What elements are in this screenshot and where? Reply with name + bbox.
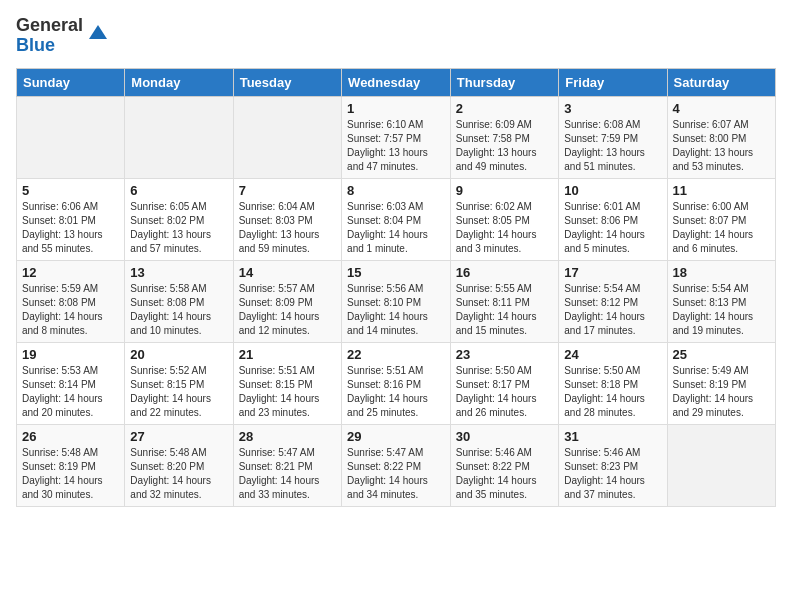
day-number: 31 (564, 429, 661, 444)
day-number: 21 (239, 347, 336, 362)
day-info: Sunrise: 6:05 AM Sunset: 8:02 PM Dayligh… (130, 200, 227, 256)
day-info: Sunrise: 5:50 AM Sunset: 8:17 PM Dayligh… (456, 364, 553, 420)
calendar-day-27: 27Sunrise: 5:48 AM Sunset: 8:20 PM Dayli… (125, 424, 233, 506)
col-header-thursday: Thursday (450, 68, 558, 96)
day-info: Sunrise: 5:55 AM Sunset: 8:11 PM Dayligh… (456, 282, 553, 338)
day-number: 1 (347, 101, 445, 116)
day-number: 5 (22, 183, 119, 198)
calendar-day-7: 7Sunrise: 6:04 AM Sunset: 8:03 PM Daylig… (233, 178, 341, 260)
calendar-day-17: 17Sunrise: 5:54 AM Sunset: 8:12 PM Dayli… (559, 260, 667, 342)
day-number: 28 (239, 429, 336, 444)
calendar-day-30: 30Sunrise: 5:46 AM Sunset: 8:22 PM Dayli… (450, 424, 558, 506)
col-header-wednesday: Wednesday (342, 68, 451, 96)
calendar-day-13: 13Sunrise: 5:58 AM Sunset: 8:08 PM Dayli… (125, 260, 233, 342)
day-number: 19 (22, 347, 119, 362)
day-info: Sunrise: 5:56 AM Sunset: 8:10 PM Dayligh… (347, 282, 445, 338)
day-info: Sunrise: 5:48 AM Sunset: 8:19 PM Dayligh… (22, 446, 119, 502)
day-info: Sunrise: 6:10 AM Sunset: 7:57 PM Dayligh… (347, 118, 445, 174)
day-number: 10 (564, 183, 661, 198)
day-info: Sunrise: 6:08 AM Sunset: 7:59 PM Dayligh… (564, 118, 661, 174)
day-number: 14 (239, 265, 336, 280)
col-header-tuesday: Tuesday (233, 68, 341, 96)
calendar-empty-cell (17, 96, 125, 178)
day-number: 18 (673, 265, 771, 280)
day-info: Sunrise: 5:59 AM Sunset: 8:08 PM Dayligh… (22, 282, 119, 338)
calendar-day-4: 4Sunrise: 6:07 AM Sunset: 8:00 PM Daylig… (667, 96, 776, 178)
day-number: 16 (456, 265, 553, 280)
day-info: Sunrise: 5:48 AM Sunset: 8:20 PM Dayligh… (130, 446, 227, 502)
day-number: 11 (673, 183, 771, 198)
day-number: 26 (22, 429, 119, 444)
calendar-week-row: 1Sunrise: 6:10 AM Sunset: 7:57 PM Daylig… (17, 96, 776, 178)
day-info: Sunrise: 5:57 AM Sunset: 8:09 PM Dayligh… (239, 282, 336, 338)
day-info: Sunrise: 6:04 AM Sunset: 8:03 PM Dayligh… (239, 200, 336, 256)
day-info: Sunrise: 5:50 AM Sunset: 8:18 PM Dayligh… (564, 364, 661, 420)
svg-marker-0 (89, 25, 107, 39)
calendar-day-1: 1Sunrise: 6:10 AM Sunset: 7:57 PM Daylig… (342, 96, 451, 178)
day-number: 23 (456, 347, 553, 362)
calendar-day-16: 16Sunrise: 5:55 AM Sunset: 8:11 PM Dayli… (450, 260, 558, 342)
calendar-day-19: 19Sunrise: 5:53 AM Sunset: 8:14 PM Dayli… (17, 342, 125, 424)
calendar-day-10: 10Sunrise: 6:01 AM Sunset: 8:06 PM Dayli… (559, 178, 667, 260)
day-info: Sunrise: 5:51 AM Sunset: 8:15 PM Dayligh… (239, 364, 336, 420)
day-number: 2 (456, 101, 553, 116)
calendar-week-row: 19Sunrise: 5:53 AM Sunset: 8:14 PM Dayli… (17, 342, 776, 424)
day-number: 25 (673, 347, 771, 362)
calendar-day-14: 14Sunrise: 5:57 AM Sunset: 8:09 PM Dayli… (233, 260, 341, 342)
day-number: 15 (347, 265, 445, 280)
calendar-empty-cell (667, 424, 776, 506)
calendar-header-row: SundayMondayTuesdayWednesdayThursdayFrid… (17, 68, 776, 96)
calendar-day-24: 24Sunrise: 5:50 AM Sunset: 8:18 PM Dayli… (559, 342, 667, 424)
calendar-day-23: 23Sunrise: 5:50 AM Sunset: 8:17 PM Dayli… (450, 342, 558, 424)
col-header-monday: Monday (125, 68, 233, 96)
logo-triangle-icon (87, 21, 109, 43)
calendar-day-9: 9Sunrise: 6:02 AM Sunset: 8:05 PM Daylig… (450, 178, 558, 260)
calendar-day-20: 20Sunrise: 5:52 AM Sunset: 8:15 PM Dayli… (125, 342, 233, 424)
calendar-week-row: 5Sunrise: 6:06 AM Sunset: 8:01 PM Daylig… (17, 178, 776, 260)
calendar-day-29: 29Sunrise: 5:47 AM Sunset: 8:22 PM Dayli… (342, 424, 451, 506)
calendar-day-21: 21Sunrise: 5:51 AM Sunset: 8:15 PM Dayli… (233, 342, 341, 424)
day-info: Sunrise: 5:54 AM Sunset: 8:12 PM Dayligh… (564, 282, 661, 338)
page-header: General Blue (16, 16, 776, 56)
day-number: 20 (130, 347, 227, 362)
day-info: Sunrise: 6:01 AM Sunset: 8:06 PM Dayligh… (564, 200, 661, 256)
calendar-day-26: 26Sunrise: 5:48 AM Sunset: 8:19 PM Dayli… (17, 424, 125, 506)
day-number: 30 (456, 429, 553, 444)
calendar-week-row: 12Sunrise: 5:59 AM Sunset: 8:08 PM Dayli… (17, 260, 776, 342)
calendar-day-22: 22Sunrise: 5:51 AM Sunset: 8:16 PM Dayli… (342, 342, 451, 424)
day-info: Sunrise: 5:58 AM Sunset: 8:08 PM Dayligh… (130, 282, 227, 338)
day-info: Sunrise: 6:00 AM Sunset: 8:07 PM Dayligh… (673, 200, 771, 256)
day-number: 12 (22, 265, 119, 280)
calendar-day-2: 2Sunrise: 6:09 AM Sunset: 7:58 PM Daylig… (450, 96, 558, 178)
day-info: Sunrise: 5:53 AM Sunset: 8:14 PM Dayligh… (22, 364, 119, 420)
day-number: 3 (564, 101, 661, 116)
day-info: Sunrise: 6:07 AM Sunset: 8:00 PM Dayligh… (673, 118, 771, 174)
day-number: 29 (347, 429, 445, 444)
day-info: Sunrise: 5:46 AM Sunset: 8:23 PM Dayligh… (564, 446, 661, 502)
day-info: Sunrise: 5:52 AM Sunset: 8:15 PM Dayligh… (130, 364, 227, 420)
calendar-day-18: 18Sunrise: 5:54 AM Sunset: 8:13 PM Dayli… (667, 260, 776, 342)
calendar-week-row: 26Sunrise: 5:48 AM Sunset: 8:19 PM Dayli… (17, 424, 776, 506)
calendar-day-15: 15Sunrise: 5:56 AM Sunset: 8:10 PM Dayli… (342, 260, 451, 342)
col-header-saturday: Saturday (667, 68, 776, 96)
logo: General Blue (16, 16, 109, 56)
calendar-day-31: 31Sunrise: 5:46 AM Sunset: 8:23 PM Dayli… (559, 424, 667, 506)
day-info: Sunrise: 5:49 AM Sunset: 8:19 PM Dayligh… (673, 364, 771, 420)
day-info: Sunrise: 5:51 AM Sunset: 8:16 PM Dayligh… (347, 364, 445, 420)
day-number: 22 (347, 347, 445, 362)
col-header-sunday: Sunday (17, 68, 125, 96)
day-info: Sunrise: 6:06 AM Sunset: 8:01 PM Dayligh… (22, 200, 119, 256)
calendar-empty-cell (125, 96, 233, 178)
calendar-day-25: 25Sunrise: 5:49 AM Sunset: 8:19 PM Dayli… (667, 342, 776, 424)
calendar-day-12: 12Sunrise: 5:59 AM Sunset: 8:08 PM Dayli… (17, 260, 125, 342)
day-info: Sunrise: 5:46 AM Sunset: 8:22 PM Dayligh… (456, 446, 553, 502)
calendar-empty-cell (233, 96, 341, 178)
day-number: 13 (130, 265, 227, 280)
calendar-day-5: 5Sunrise: 6:06 AM Sunset: 8:01 PM Daylig… (17, 178, 125, 260)
day-info: Sunrise: 6:09 AM Sunset: 7:58 PM Dayligh… (456, 118, 553, 174)
day-info: Sunrise: 6:02 AM Sunset: 8:05 PM Dayligh… (456, 200, 553, 256)
day-info: Sunrise: 5:54 AM Sunset: 8:13 PM Dayligh… (673, 282, 771, 338)
day-number: 17 (564, 265, 661, 280)
day-number: 7 (239, 183, 336, 198)
col-header-friday: Friday (559, 68, 667, 96)
